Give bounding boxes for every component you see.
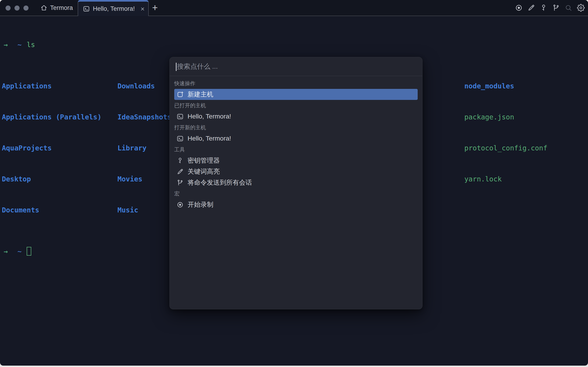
settings-icon[interactable] (577, 4, 585, 12)
section-macro: 宏 (174, 188, 418, 199)
menu-item-start-recording[interactable]: 开始录制 (174, 199, 418, 210)
tab-hello-termora[interactable]: Hello, Termora! × (78, 0, 149, 16)
branch-icon[interactable] (552, 4, 560, 12)
ls-entry: node_modules (464, 81, 580, 91)
section-label: 快速操作 (174, 80, 195, 87)
traffic-light-minimize-button[interactable] (15, 6, 19, 11)
ls-entry: protocol_config.conf (464, 143, 580, 153)
ls-entry: Documents (2, 205, 118, 215)
section-quick-actions: 快速操作 (174, 78, 418, 89)
menu-item-label: Hello, Termora! (187, 113, 231, 120)
title-bar: Termora Hello, Termora! × + (0, 0, 588, 16)
terminal-cursor (27, 247, 31, 256)
section-label: 打开新的主机 (174, 124, 206, 131)
ls-entry: AquaProjects (2, 143, 118, 153)
record-icon[interactable] (515, 4, 523, 12)
menu-item-label: 密钥管理器 (187, 156, 220, 165)
traffic-light-close-button[interactable] (6, 6, 11, 11)
terminal-icon (177, 113, 184, 120)
palette-list: 快速操作 新建主机 已打开的主机 Hello, Termora! 打 (170, 76, 422, 210)
home-tab[interactable]: Termora (40, 0, 73, 16)
prompt-arrow: → (4, 247, 8, 255)
tab-label: Hello, Termora! (93, 5, 135, 12)
new-host-icon (177, 91, 184, 98)
menu-item-label: Hello, Termora! (187, 135, 231, 142)
tab-close-icon[interactable]: × (140, 6, 145, 12)
app-window: Termora Hello, Termora! × + (0, 0, 588, 366)
section-label: 宏 (174, 190, 179, 197)
branch-icon (177, 179, 184, 186)
menu-item-label: 开始录制 (187, 200, 213, 209)
palette-search (170, 57, 422, 76)
command-palette-dialog: 快速操作 新建主机 已打开的主机 Hello, Termora! 打 (170, 57, 423, 309)
menu-item-label: 新建主机 (187, 90, 213, 99)
terminal-icon (177, 135, 184, 142)
traffic-light-zoom-button[interactable] (24, 6, 28, 11)
ls-entry: package.json (464, 112, 580, 122)
prompt-line: →~ls (2, 40, 580, 50)
section-label: 工具 (174, 146, 185, 153)
section-open-new-host: 打开新的主机 (174, 122, 418, 133)
menu-item-label: 关键词高亮 (187, 167, 220, 176)
ls-entry: yarn.lock (464, 174, 580, 184)
prompt-path: ~ (17, 247, 22, 255)
new-tab-button[interactable]: + (150, 3, 160, 13)
pencil-icon[interactable] (527, 4, 535, 12)
prompt-arrow: → (4, 41, 8, 49)
section-label: 已打开的主机 (174, 102, 206, 109)
search-input[interactable] (170, 57, 422, 76)
prompt-path: ~ (17, 41, 22, 49)
menu-item-label: 将命令发送到所有会话 (187, 178, 252, 187)
command-text: ls (27, 41, 35, 49)
record-icon (177, 201, 184, 208)
ls-entry: Applications (Parallels) (2, 112, 118, 122)
key-icon (177, 157, 184, 164)
section-tools: 工具 (174, 144, 418, 155)
menu-item-send-command-all-sessions[interactable]: 将命令发送到所有会话 (174, 177, 418, 188)
ls-entry: Applications (2, 81, 118, 91)
home-tab-label: Termora (50, 4, 73, 11)
section-opened-hosts: 已打开的主机 (174, 100, 418, 111)
menu-item-open-new-host[interactable]: Hello, Termora! (174, 133, 418, 144)
menu-item-keyword-highlight[interactable]: 关键词高亮 (174, 166, 418, 177)
menu-item-new-host[interactable]: 新建主机 (174, 89, 418, 100)
text-caret (176, 63, 177, 71)
search-icon[interactable] (564, 4, 573, 12)
home-icon (40, 4, 48, 11)
menu-item-key-manager[interactable]: 密钥管理器 (174, 155, 418, 166)
terminal-icon (83, 5, 90, 12)
ls-entry: Desktop (2, 174, 118, 184)
pencil-icon (177, 168, 184, 175)
toolbar (515, 0, 585, 16)
key-icon[interactable] (539, 4, 548, 12)
menu-item-opened-host[interactable]: Hello, Termora! (174, 111, 418, 122)
